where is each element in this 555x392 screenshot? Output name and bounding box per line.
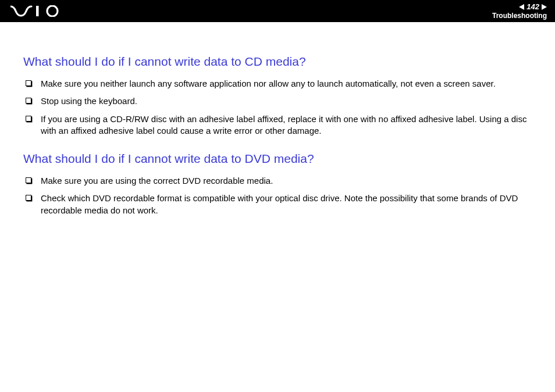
section-2-list: Make sure you are using the correct DVD …	[23, 175, 532, 216]
prev-page-icon[interactable]	[519, 4, 524, 10]
list-item: If you are using a CD-R/RW disc with an …	[23, 113, 532, 137]
list-item-text: Make sure you are using the correct DVD …	[41, 175, 532, 187]
section-1-list: Make sure you neither launch any softwar…	[23, 78, 532, 137]
section-2-heading: What should I do if I cannot write data …	[23, 152, 532, 166]
page-number: 142	[525, 2, 540, 11]
bullet-icon	[26, 177, 31, 183]
list-item-text: Stop using the keyboard.	[41, 95, 532, 107]
bullet-icon	[26, 80, 31, 86]
section-1-heading: What should I do if I cannot write data …	[23, 55, 532, 69]
list-item: Make sure you neither launch any softwar…	[23, 78, 532, 90]
bullet-icon	[26, 195, 31, 201]
header-meta: 142 Troubleshooting	[492, 2, 547, 20]
list-item-text: Check which DVD recordable format is com…	[41, 193, 532, 216]
bullet-icon	[26, 98, 31, 104]
list-item: Check which DVD recordable format is com…	[23, 193, 532, 216]
list-item: Stop using the keyboard.	[23, 95, 532, 107]
bullet-icon	[26, 116, 31, 122]
next-page-icon[interactable]	[542, 4, 547, 10]
list-item-text: If you are using a CD-R/RW disc with an …	[41, 113, 532, 137]
list-item: Make sure you are using the correct DVD …	[23, 175, 532, 187]
svg-rect-0	[36, 6, 39, 16]
svg-point-1	[47, 6, 58, 16]
page-header: 142 Troubleshooting	[0, 0, 555, 22]
list-item-text: Make sure you neither launch any softwar…	[41, 78, 532, 90]
section-label: Troubleshooting	[492, 12, 547, 20]
page-navigation: 142	[519, 2, 547, 11]
vaio-logo	[10, 0, 66, 22]
page-content: What should I do if I cannot write data …	[0, 22, 555, 216]
